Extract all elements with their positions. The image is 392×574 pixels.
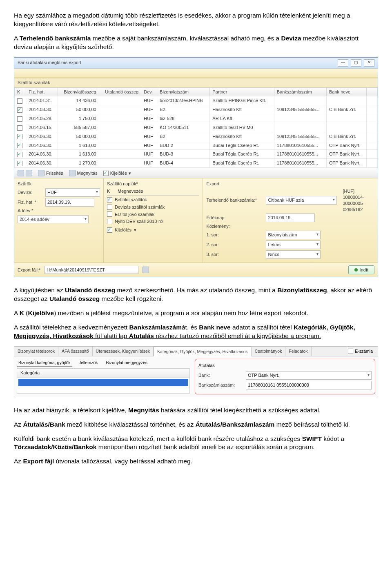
table-row[interactable]: 2014.05.28.1 750,00HUFbiz-528ÁR-LA Kft	[15, 114, 378, 123]
checkbox[interactable]	[107, 219, 112, 224]
refresh-icon	[38, 170, 45, 176]
row-checkbox[interactable]	[17, 161, 22, 166]
cell-ut[interactable]	[99, 114, 141, 123]
col-dev[interactable]: Dev.	[141, 87, 157, 96]
table-row[interactable]: 2014.06.15.585 587,00HUFKO-14/300511Szál…	[15, 123, 378, 132]
text-bold: Átutalás/Bank	[23, 421, 65, 428]
row-checkbox[interactable]	[17, 134, 22, 139]
tab[interactable]: Ütemezések, Kiegyenlítések	[93, 347, 154, 356]
subtab[interactable]: Bizonylat kategória, gyűjtők	[17, 359, 72, 367]
label: Megnyitás	[77, 170, 98, 176]
row-checkbox[interactable]	[17, 152, 22, 157]
currency-select[interactable]: HUF	[45, 188, 100, 197]
col-fiz[interactable]: Fiz. hat.	[26, 87, 58, 96]
row-checkbox[interactable]	[17, 116, 22, 122]
maximize-button[interactable]: ▢	[351, 59, 361, 67]
cell-ut[interactable]	[99, 141, 141, 150]
cell-bank	[274, 96, 326, 105]
cell-ut[interactable]	[99, 159, 141, 168]
cell-date: 2014.06.15.	[26, 123, 58, 132]
row-checkbox[interactable]	[17, 98, 22, 104]
col-bn[interactable]: Bank neve	[327, 87, 367, 96]
close-button[interactable]: ✕	[364, 59, 374, 67]
section-header: Szállító számlák	[14, 78, 378, 87]
text-bold: K	[20, 309, 24, 316]
checkbox[interactable]	[107, 211, 112, 217]
cell-ut[interactable]	[99, 150, 141, 159]
select-button[interactable]: Kijelölés ▾	[103, 170, 131, 176]
label: E-számla	[355, 348, 373, 354]
export-panel: Export Terhelendő bankszámla:*Citibank H…	[203, 178, 378, 262]
cell-ut[interactable]	[99, 123, 141, 132]
tab[interactable]: Csatolmányok	[252, 347, 286, 356]
cell-ut[interactable]	[99, 105, 141, 114]
einvoice-check[interactable]: E-számla	[348, 348, 373, 354]
label: Közlemény:	[206, 223, 263, 229]
refresh-button[interactable]: Frissítés	[38, 170, 63, 176]
taxyear-select[interactable]: 2014-es adóév	[18, 215, 89, 224]
row-checkbox[interactable]	[17, 125, 22, 131]
table-row[interactable]: 2014.06.30.1 613,00HUFBUD-2Budai Tégla C…	[15, 141, 378, 150]
paragraph-5: A szállítói tételekhez a kedvezményezett…	[14, 323, 378, 340]
cell-bank: 117880101610555...	[274, 159, 326, 168]
browse-icon[interactable]	[143, 267, 149, 273]
row-checkbox[interactable]	[17, 107, 22, 113]
row3-select[interactable]: Nincs	[266, 250, 321, 259]
panel-title: Szűrők	[18, 181, 100, 187]
text-bold: Bankszámlaszám	[129, 324, 182, 331]
tab-active[interactable]: Kategóriák, Gyűjtők, Megjegyzés, Hivatko…	[154, 347, 252, 356]
app-window: Banki átutalási megbízás export — ▢ ✕ Sz…	[14, 57, 378, 278]
label: Deviza:	[18, 189, 43, 196]
label: Adóév:*	[18, 208, 43, 214]
tab[interactable]: ÁFA összesítő	[58, 347, 93, 356]
cell-date: 2014.06.30.	[26, 150, 58, 159]
table-row[interactable]: 2014.01.31.14 436,00HUFbon2013/2.fév.HPI…	[15, 96, 378, 105]
col-k[interactable]: K	[15, 87, 26, 96]
cell-bizsz: bon2013/2.fév.HPINB	[157, 96, 210, 105]
cell-ut[interactable]	[99, 132, 141, 141]
paragraph-4: A K (Kijelölve) mezőben a jelölést megsz…	[14, 309, 378, 318]
cell-ut[interactable]	[99, 96, 141, 105]
col-ut[interactable]: Utalandó összeg	[99, 87, 141, 96]
text: A kigyűjtésben az	[14, 287, 65, 294]
checkbox[interactable]	[107, 205, 112, 210]
cell-dev: HUF	[141, 114, 157, 123]
col-bank[interactable]: Bankszámlaszám	[274, 87, 326, 96]
row1-select[interactable]: Bizonylatszám	[266, 231, 321, 239]
table-row[interactable]: 2014.03.30.50 000,00HUFB2Hasznosító Kft1…	[15, 105, 378, 114]
subtab[interactable]: Bizonylat megjegyzés	[105, 359, 149, 367]
subtab[interactable]: Jellemzők	[77, 359, 100, 367]
minimize-button[interactable]: —	[338, 59, 348, 67]
text-bold: Kijelölve	[28, 309, 54, 316]
bank-select[interactable]: OTP Bank Nyrt.	[246, 371, 372, 380]
label: 1. sor:	[206, 232, 263, 238]
row2-select[interactable]: Leírás	[266, 240, 321, 249]
bank-select[interactable]: Citibank HUF szla	[266, 196, 337, 205]
account-field[interactable]: 11788010161 0555100000000	[246, 381, 372, 389]
check-icon	[103, 171, 109, 176]
tab[interactable]: Feladatok	[285, 347, 311, 356]
paragraph-6: Ha az adat hiányzik, a tételsort kijelöl…	[14, 406, 378, 415]
row-checkbox[interactable]	[17, 143, 22, 148]
start-button[interactable]: Indít	[348, 265, 374, 275]
col-bizo[interactable]: Bizonylatösszeg	[58, 87, 99, 96]
checkbox[interactable]	[107, 197, 112, 202]
tab[interactable]: Bizonylat tételsorok	[14, 347, 58, 356]
date-field[interactable]: 2014.09.19.	[45, 198, 94, 207]
select-dropdown[interactable]: Kijelölés	[115, 227, 131, 233]
col-bizsz[interactable]: Bizonylatszám	[157, 87, 210, 96]
icon-group[interactable]	[18, 170, 32, 176]
table-row[interactable]: 2014.06.30.1 270,00HUFBUD-4Budai Tégla C…	[15, 159, 378, 168]
cell-partner: Hasznosító Kft	[210, 105, 274, 114]
filters-panel: Szűrők Deviza:HUF Fiz. hat.:*2014.09.19.…	[14, 178, 104, 262]
export-path-field[interactable]: H:\Munkák\20140919\TESZT	[45, 266, 138, 274]
col-part[interactable]: Partner	[210, 87, 274, 96]
table-row[interactable]: 2014.06.30.1 613,00HUFBUD-3Budai Tégla C…	[15, 150, 378, 159]
text-bold: Export fájl	[23, 458, 54, 465]
table-row[interactable]: 2014.06.30.50 000,00HUFB2Hasznosító Kft1…	[15, 132, 378, 141]
category-grid[interactable]: Kategória	[17, 368, 190, 394]
cell-partner: Hasznosító Kft	[210, 132, 274, 141]
valuedate-field[interactable]: 2014.09.19.	[266, 214, 315, 222]
text: ) mezőben a jelölést megszüntetve, a pro…	[54, 309, 308, 316]
open-button[interactable]: Megnyitás	[69, 170, 98, 176]
